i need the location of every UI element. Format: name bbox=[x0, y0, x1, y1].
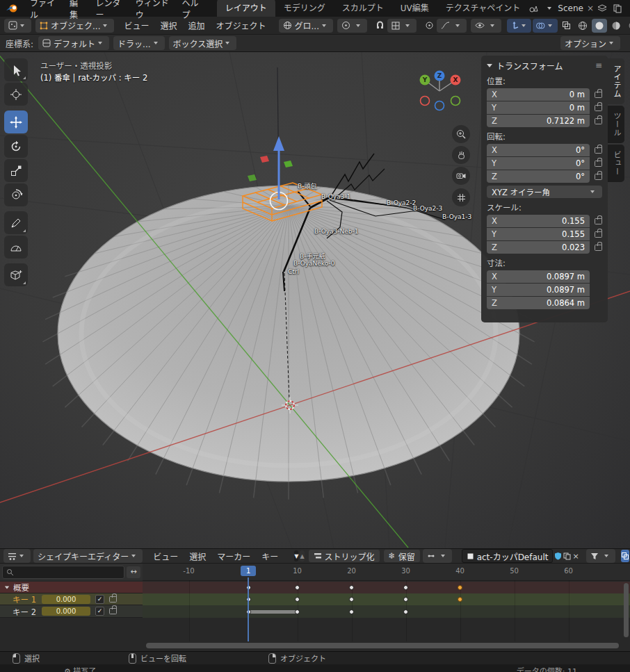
menu-help[interactable]: ヘルプ bbox=[175, 0, 208, 20]
sync-visible-range-button[interactable] bbox=[621, 550, 629, 562]
workspace-tab-texpaint[interactable]: テクスチャペイント bbox=[437, 0, 529, 17]
menu-view[interactable]: ビュー bbox=[118, 19, 154, 31]
new-copy-button[interactable] bbox=[563, 550, 571, 562]
select-mode-dropdown[interactable]: ボックス選択 bbox=[169, 36, 237, 50]
preset-dropdown[interactable]: デフォルト bbox=[38, 36, 109, 50]
menu-select[interactable]: 選択 bbox=[154, 19, 182, 31]
workspace-tab-uv[interactable]: UV編集 bbox=[392, 0, 437, 17]
select-box-tool[interactable] bbox=[4, 58, 28, 81]
pan-hand-button[interactable] bbox=[452, 146, 470, 164]
stripify-button[interactable]: ストリップ化 bbox=[309, 550, 380, 562]
dopesheet-menu-marker[interactable]: マーカー bbox=[212, 550, 255, 562]
bone-label[interactable]: Ctrl bbox=[288, 268, 299, 275]
dimensions-y-field[interactable]: Y0.0897 m bbox=[487, 284, 590, 296]
drag-mode-dropdown[interactable]: ドラッ... bbox=[113, 36, 164, 50]
keyframe[interactable] bbox=[295, 585, 300, 590]
move-tool[interactable] bbox=[4, 110, 28, 133]
keyframe[interactable] bbox=[349, 597, 354, 602]
dopesheet-menu-key[interactable]: キー bbox=[257, 550, 283, 562]
sidebar-tab-view[interactable]: ビュー bbox=[608, 145, 624, 182]
dopesheet-content[interactable]: ↔ 概要 キー 1 0.000 ✓ キー 2 0.000 ✓ -10102030… bbox=[0, 564, 630, 651]
visibility-dropdown[interactable] bbox=[471, 19, 501, 33]
workspace-tab-sculpt[interactable]: スカルプト bbox=[334, 0, 392, 17]
falloff-dropdown[interactable] bbox=[437, 19, 467, 33]
navigation-gizmo[interactable]: Z Y X bbox=[419, 69, 462, 113]
scene-dropdown-chevron[interactable] bbox=[547, 7, 551, 10]
pivot-point-dropdown[interactable] bbox=[337, 19, 367, 33]
location-z-field[interactable]: Z0.7122 m bbox=[487, 115, 590, 127]
lock-icon[interactable] bbox=[595, 174, 602, 180]
current-frame-line[interactable] bbox=[248, 577, 249, 641]
lock-icon[interactable] bbox=[595, 161, 602, 167]
scene-name[interactable]: Scene bbox=[558, 3, 583, 13]
orientation-dropdown[interactable]: グロ... bbox=[279, 19, 333, 33]
add-cube-tool[interactable] bbox=[4, 263, 28, 286]
lock-icon[interactable] bbox=[595, 118, 602, 124]
scale-tool[interactable] bbox=[4, 159, 28, 182]
location-y-field[interactable]: Y0 m bbox=[487, 101, 590, 114]
interpolation-hold-bar[interactable] bbox=[248, 610, 297, 614]
lock-icon[interactable] bbox=[595, 92, 602, 98]
location-x-field[interactable]: X0 m bbox=[487, 88, 590, 101]
ortho-grid-button[interactable] bbox=[452, 188, 470, 206]
rotate-tool[interactable] bbox=[4, 135, 28, 158]
proportional-editing-toggle[interactable] bbox=[422, 19, 437, 33]
bone-label[interactable]: B-Oya2-3 bbox=[413, 205, 442, 212]
dopesheet-menu-select[interactable]: 選択 bbox=[184, 550, 211, 562]
cursor-tool[interactable] bbox=[4, 83, 28, 106]
scale-z-field[interactable]: Z0.023 bbox=[487, 241, 590, 254]
bone-label[interactable]: B-Oya2-2 bbox=[387, 199, 416, 206]
vertical-scrollbar[interactable] bbox=[624, 583, 629, 637]
annotate-tool[interactable] bbox=[4, 211, 28, 234]
fake-user-shield-button[interactable] bbox=[554, 550, 562, 562]
scene-unlink-icon[interactable]: × bbox=[587, 3, 594, 13]
viewport-3d[interactable]: ユーザー・透視投影 (1) 番傘 | rat-カッパ : キー 2 B-頭包B-… bbox=[0, 52, 630, 548]
shading-solid-button[interactable] bbox=[592, 19, 607, 33]
bone-label[interactable]: B-頭包 bbox=[298, 181, 316, 190]
dimensions-z-field[interactable]: Z0.0864 m bbox=[487, 297, 590, 309]
keyframe[interactable] bbox=[403, 585, 408, 590]
horizontal-scrollbar[interactable] bbox=[146, 643, 619, 648]
bone-label[interactable]: B-OyaNeko-0 bbox=[293, 260, 334, 267]
menu-file[interactable]: ファイル bbox=[24, 0, 63, 20]
overlays-toggle[interactable] bbox=[533, 19, 558, 33]
keyframe[interactable] bbox=[458, 597, 462, 602]
lock-icon[interactable] bbox=[595, 218, 602, 224]
menu-render[interactable]: レンダー bbox=[90, 0, 129, 20]
action-name-field[interactable]: act-カッパDefault bbox=[462, 549, 554, 563]
hold-button[interactable]: ❄ 保留 bbox=[384, 550, 420, 562]
view-layer-icon[interactable] bbox=[597, 3, 607, 13]
measure-tool[interactable] bbox=[4, 236, 28, 259]
keyframe[interactable] bbox=[349, 609, 354, 614]
transform-tool[interactable] bbox=[4, 183, 28, 206]
action-dropdown[interactable] bbox=[423, 549, 452, 563]
workspace-tab-layout[interactable]: レイアウト bbox=[217, 0, 275, 17]
bone-label[interactable]: B-Oya1-3 bbox=[442, 213, 471, 220]
scene-icon[interactable] bbox=[528, 3, 538, 13]
blender-logo-icon[interactable] bbox=[6, 3, 18, 14]
rotation-y-field[interactable]: Y0° bbox=[487, 157, 590, 170]
dopesheet-menu-view[interactable]: ビュー bbox=[148, 550, 183, 562]
snap-settings-dropdown[interactable] bbox=[387, 19, 417, 33]
lock-icon[interactable] bbox=[595, 147, 602, 154]
shading-wireframe-button[interactable] bbox=[575, 19, 590, 33]
menu-window[interactable]: ウィンドウ bbox=[129, 0, 176, 20]
xray-toggle[interactable] bbox=[559, 19, 574, 33]
sidebar-tab-tool[interactable]: ツール bbox=[608, 106, 624, 143]
rotation-z-field[interactable]: Z0° bbox=[487, 170, 590, 183]
dopesheet-editor-type-dropdown[interactable] bbox=[3, 549, 31, 563]
rotation-x-field[interactable]: X0° bbox=[487, 144, 590, 156]
shading-rendered-button[interactable] bbox=[625, 19, 630, 33]
shading-material-button[interactable] bbox=[608, 19, 624, 33]
scale-x-field[interactable]: X0.155 bbox=[487, 215, 590, 227]
lock-icon[interactable] bbox=[595, 231, 602, 238]
keyframe[interactable] bbox=[295, 609, 300, 614]
options-dropdown[interactable]: オプション bbox=[560, 36, 620, 50]
current-frame-badge[interactable]: 1 bbox=[241, 566, 256, 576]
keyframe[interactable] bbox=[403, 609, 408, 614]
collapse-panel-icon[interactable] bbox=[487, 64, 492, 67]
keyframe[interactable] bbox=[295, 597, 300, 602]
keyframe[interactable] bbox=[458, 585, 462, 590]
camera-view-button[interactable] bbox=[452, 167, 470, 185]
copy-icon[interactable] bbox=[613, 4, 622, 13]
